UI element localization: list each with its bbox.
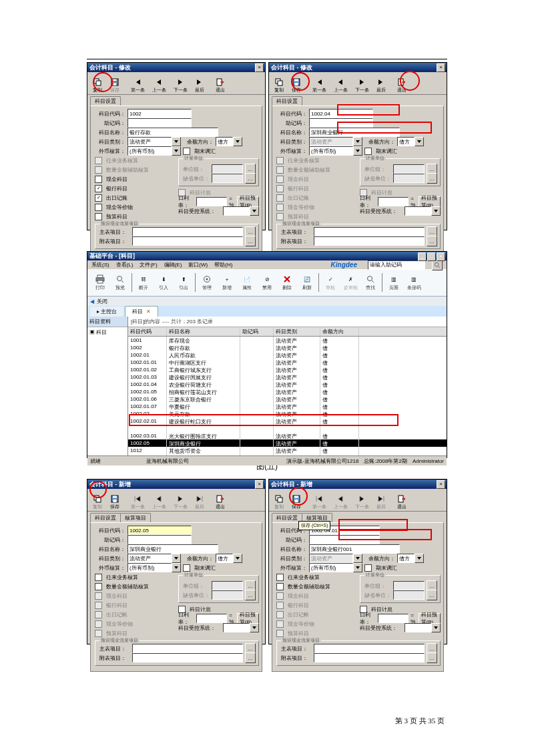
prop-button[interactable]: 📄属性 — [237, 270, 257, 295]
chk-endadj[interactable] — [183, 148, 190, 155]
close-button[interactable]: × — [255, 480, 264, 489]
table-row[interactable] — [128, 425, 447, 432]
budget-button[interactable]: 科目预算(B) — [237, 196, 260, 207]
list-body[interactable]: 1001库存现金流动资产借1002银行存款流动资产借1002.01人民币存款流动… — [128, 337, 447, 455]
input-mnemonic[interactable] — [127, 118, 192, 128]
close-button[interactable]: × — [437, 63, 445, 72]
exit-button[interactable]: 退出 — [393, 75, 411, 93]
break-button[interactable]: ⛓断开 — [134, 270, 154, 295]
save-button[interactable]: 保存 — [288, 492, 305, 510]
preview-button[interactable]: 预览 — [110, 270, 130, 295]
last-button[interactable]: 最后 — [372, 75, 390, 93]
close-button[interactable]: × — [255, 63, 264, 72]
input-name[interactable]: 深圳商业银行 — [309, 128, 400, 137]
first-button[interactable]: 第一条 — [308, 75, 330, 93]
col-mnemonic[interactable]: 助记码 — [240, 327, 274, 336]
col-category[interactable]: 科目类别 — [274, 327, 320, 336]
menu-system[interactable]: 系统(S) — [91, 261, 109, 268]
chk-cash[interactable] — [95, 176, 102, 183]
commit-button: ✓审核 — [320, 270, 340, 295]
table-row[interactable]: 1012其他货币资金流动资产借 — [128, 447, 447, 454]
min-button[interactable]: _ — [418, 252, 427, 261]
table-row[interactable]: 1002.01.04农业银行荷塘支行流动资产借 — [128, 381, 447, 388]
import-button[interactable]: ⬇引入 — [154, 270, 174, 295]
delete-button[interactable]: 删除 — [277, 270, 297, 295]
close-icon[interactable]: ✕ — [146, 309, 151, 315]
col-direction[interactable]: 余额方向 — [320, 327, 359, 336]
menu-view[interactable]: 查看(L) — [116, 261, 134, 268]
input-dayrate[interactable] — [196, 197, 227, 206]
tab-console[interactable]: ▸ 主控台 — [90, 307, 123, 317]
menu-file[interactable]: 文件(F) — [140, 261, 157, 268]
save-button[interactable]: 保存 — [106, 492, 123, 510]
exit-button[interactable]: 退出 — [212, 75, 229, 93]
print-button[interactable]: 打印 — [90, 270, 110, 295]
save-button[interactable]: 保存 — [288, 75, 305, 93]
next-button[interactable]: 下一条 — [351, 75, 372, 93]
combo-ctrlsys[interactable] — [223, 206, 259, 216]
table-row[interactable]: 1002.01.07华夏银行流动资产借 — [128, 403, 447, 410]
exit-button[interactable]: 退出 — [212, 492, 229, 510]
chk-cashlike[interactable] — [95, 204, 102, 211]
tab-settings[interactable]: 科目设置 — [90, 96, 121, 106]
prev-button[interactable]: 上一条 — [330, 75, 351, 93]
input-code[interactable]: 1002.04 — [309, 109, 373, 118]
menu-help[interactable]: 帮助(H) — [214, 261, 232, 268]
chk-journal[interactable]: ✓ — [95, 194, 102, 202]
table-row[interactable]: 1002.02美元存款流动资产借 — [128, 410, 447, 417]
chk-qtyamt[interactable] — [95, 583, 102, 590]
next-button[interactable]: 下一条 — [170, 75, 191, 93]
table-row[interactable]: 1002.01.05招商银行莲花山支行流动资产借 — [128, 388, 447, 395]
table-row[interactable]: 1012.01银行汇票流动资产借 — [128, 454, 447, 455]
table-row[interactable]: 1002银行存款流动资产借 — [128, 344, 447, 351]
close-tab[interactable]: ◀ — [90, 299, 94, 305]
input-mainflow[interactable] — [132, 227, 243, 236]
menu-edit[interactable]: 编辑(E) — [164, 261, 182, 268]
close-button[interactable]: × — [437, 252, 445, 261]
tree-item[interactable]: ▣ 科目 — [89, 329, 125, 336]
max-button[interactable]: □ — [427, 252, 436, 261]
mgmt-button[interactable]: 管理 — [197, 270, 217, 295]
table-row[interactable]: 1002.01.06三菱东京联合银行流动资产借 — [128, 395, 447, 403]
tab-subject[interactable]: 科目 ✕ — [125, 306, 158, 317]
table-row[interactable]: 1002.01.01中行南湖区支行流动资产借 — [128, 359, 447, 366]
input-attflow[interactable] — [132, 236, 243, 246]
input-name[interactable]: 深圳商业银行001 — [309, 544, 400, 554]
col-code[interactable]: 科目代码 — [128, 327, 167, 336]
search-box[interactable]: 请输入助记码 — [368, 260, 425, 270]
chevron-down-icon[interactable] — [172, 137, 181, 146]
disable-button[interactable]: ⊘禁用 — [257, 270, 277, 295]
refresh-button[interactable]: 🔄刷新 — [297, 270, 317, 295]
page-button[interactable]: ▥页面 — [384, 270, 404, 295]
table-row[interactable]: 1001库存现金流动资产借 — [128, 337, 447, 344]
barcode-button[interactable]: ▥条形码 — [404, 270, 424, 295]
table-row[interactable]: 1002.02.01建设银行蛇口支行流动资产借 — [128, 417, 447, 425]
chk-budget[interactable] — [95, 213, 102, 220]
combo-baldir[interactable]: 借方 — [216, 137, 242, 146]
export-button[interactable]: ⬆引出 — [174, 270, 194, 295]
first-button[interactable]: 第一条 — [127, 75, 148, 93]
chk-suppcust[interactable] — [95, 574, 102, 581]
input-name[interactable]: 银行存款 — [127, 128, 218, 137]
col-name[interactable]: 科目名称 — [167, 327, 240, 336]
close-button[interactable]: × — [437, 480, 445, 489]
exit-button[interactable]: 退出 — [393, 492, 411, 510]
table-row[interactable]: 1002.01.02工商银行城东支行流动资产借 — [128, 366, 447, 373]
menu-window[interactable]: 窗口(W) — [188, 261, 208, 268]
input-name[interactable]: 深圳商业银行 — [127, 544, 218, 554]
input-code[interactable]: 1002.05 — [127, 526, 192, 535]
combo-category[interactable]: 流动资产 — [127, 137, 181, 146]
input-code[interactable]: 1002 — [127, 109, 192, 118]
table-row[interactable]: 1002.01人民币存款流动资产借 — [128, 351, 447, 359]
table-row[interactable]: 1002.01.03建设银行国展支行流动资产借 — [128, 373, 447, 381]
chk-bank[interactable]: ✓ — [95, 185, 102, 192]
copy-button[interactable]: 复制 — [270, 75, 288, 93]
last-button[interactable]: 最后 — [191, 75, 208, 93]
copy-button[interactable]: 复制 — [89, 75, 106, 93]
table-row[interactable]: 1002.03.01光大银行图翰庄支行流动资产借 — [128, 432, 447, 439]
prev-button[interactable]: 上一条 — [148, 75, 170, 93]
table-row[interactable]: 1002.05深圳商业银行流动资产借 — [128, 439, 447, 447]
combo-fc[interactable]: (所有币别) — [127, 146, 181, 156]
find-button[interactable]: 查找 — [360, 270, 380, 295]
add-button[interactable]: ＋新增 — [217, 270, 237, 295]
